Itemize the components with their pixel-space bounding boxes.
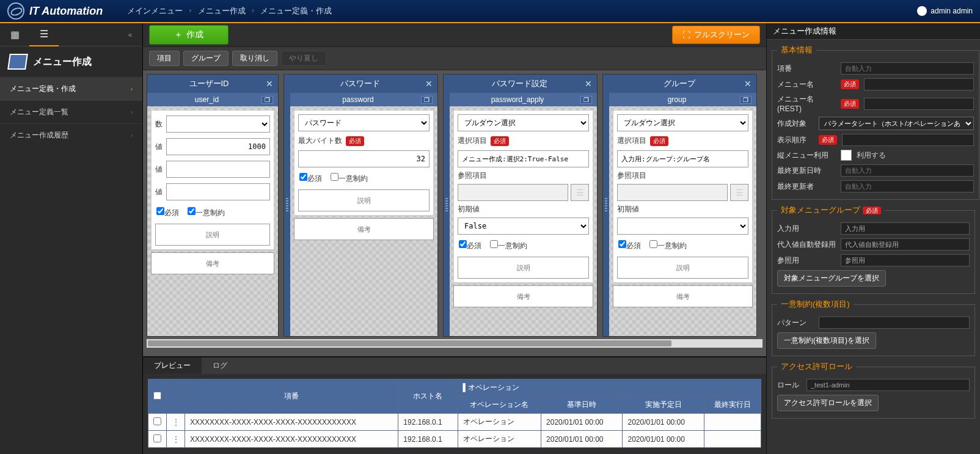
role-input [806, 379, 970, 391]
vertical-menu-checkbox[interactable] [841, 150, 852, 161]
remark-input[interactable] [453, 285, 593, 307]
required-checkbox[interactable]: 必須 [618, 240, 641, 251]
card-title: パスワード [295, 78, 425, 89]
description-input[interactable] [298, 189, 430, 211]
tab-preview[interactable]: プレビュー [143, 357, 202, 374]
table-row[interactable]: ⋮ XXXXXXXX-XXXX-XXXX-XXXX-XXXXXXXXXXXX 1… [148, 414, 761, 431]
copy-icon[interactable]: ❐ [580, 96, 592, 104]
select-item-input[interactable] [617, 150, 748, 167]
menu-group-section: 対象メニューグループ 必須 入力用 代入値自動登録用 参照用 対象メニューグルー… [772, 205, 975, 294]
unique-constraint-section: 一意制約(複数項目) パターン 一意制約(複数項目)を選択 [772, 299, 975, 356]
select-role-button[interactable]: アクセス許可ロールを選択 [777, 395, 879, 411]
add-item-button[interactable]: 項目 [149, 51, 180, 66]
remark-input[interactable] [294, 218, 434, 240]
redo-button: やり直し [281, 51, 326, 66]
unique-checkbox[interactable]: 一意制約 [649, 240, 687, 251]
grid-view-icon[interactable]: ▦ [0, 23, 29, 46]
add-group-button[interactable]: グループ [183, 51, 229, 66]
list-view-icon[interactable]: ☰ [29, 23, 59, 46]
drag-handle-icon[interactable] [444, 75, 450, 336]
type-select[interactable]: プルダウン選択 [458, 114, 589, 131]
card-title: グループ [614, 78, 744, 89]
table-row[interactable]: ⋮ XXXXXXXX-XXXX-XXXX-XXXX-XXXXXXXXXXXX 1… [148, 431, 761, 448]
design-canvas[interactable]: ユーザーID✕ user_id❐ 数 値 値 値 必須一意制約 [143, 70, 766, 356]
list-select-icon[interactable]: ☰ [730, 184, 748, 201]
drag-handle-icon[interactable] [284, 75, 290, 336]
maxbyte-input[interactable] [298, 150, 430, 167]
close-icon[interactable]: ✕ [266, 79, 273, 89]
column-card-user-id[interactable]: ユーザーID✕ user_id❐ 数 値 値 値 必須一意制約 [147, 74, 279, 337]
copy-icon[interactable]: ❐ [740, 96, 751, 104]
order-input[interactable] [842, 134, 974, 146]
breadcrumb-item[interactable]: メインメニュー [127, 5, 183, 16]
row-checkbox[interactable] [153, 434, 161, 442]
undo-button[interactable]: 取り消し [232, 51, 277, 66]
preview-panel: プレビュー ログ ⋮ 項番 ホスト名 ▌オペレーション [143, 356, 766, 454]
main-toolbar: ＋作成 ⛶フルスクリーン [143, 23, 766, 46]
value-input[interactable] [166, 183, 270, 200]
menu-name-input[interactable] [864, 78, 974, 90]
close-icon[interactable]: ✕ [585, 79, 592, 89]
reference-input [458, 184, 568, 201]
select-item-input[interactable] [458, 150, 589, 167]
fullscreen-icon: ⛶ [682, 31, 690, 40]
close-icon[interactable]: ✕ [425, 79, 433, 89]
row-checkbox[interactable] [153, 417, 161, 425]
value-input[interactable] [166, 138, 270, 155]
access-role-section: アクセス許可ロール ロール アクセス許可ロールを選択 [772, 361, 975, 419]
column-card-password[interactable]: パスワード✕ password❐ パスワード 最大バイト数必須 必須一意制約 [283, 74, 438, 337]
drag-handle-icon[interactable] [603, 75, 609, 336]
chevron-right-icon: › [131, 132, 133, 139]
unique-checkbox[interactable]: 一意制約 [331, 173, 368, 184]
card-field: user_id [152, 95, 261, 104]
create-button[interactable]: ＋作成 [149, 25, 229, 45]
column-card-password-apply[interactable]: パスワード設定✕ password_apply❐ プルダウン選択 選択項目必須 … [443, 74, 598, 337]
sidebar-title: メニュー作成 [0, 46, 142, 77]
sidebar-item-create-history[interactable]: メニュー作成履歴› [0, 123, 142, 147]
select-all-checkbox[interactable] [148, 379, 167, 414]
list-select-icon[interactable]: ☰ [571, 184, 589, 201]
type-select[interactable] [166, 115, 270, 133]
description-input[interactable] [458, 257, 589, 279]
row-menu-header: ⋮ [167, 379, 185, 414]
target-select[interactable]: パラメータシート（ホスト/オペレーションあ [819, 117, 974, 130]
sidebar-item-define-create[interactable]: メニュー定義・作成› [0, 77, 142, 100]
description-input[interactable] [617, 257, 748, 279]
tab-log[interactable]: ログ [202, 357, 238, 374]
updated-by [841, 180, 974, 192]
breadcrumb: メインメニュー › メニュー作成 › メニュー定義・作成 [127, 5, 332, 16]
remark-input[interactable] [613, 285, 753, 307]
type-select[interactable]: パスワード [298, 114, 430, 131]
sidebar-item-define-list[interactable]: メニュー定義一覧› [0, 100, 142, 123]
reference-group [841, 254, 970, 266]
card-field: password [295, 95, 421, 104]
collapse-sidebar-icon[interactable]: « [118, 31, 142, 39]
horizontal-scrollbar[interactable] [147, 339, 762, 348]
breadcrumb-item[interactable]: メニュー作成 [198, 5, 246, 16]
row-menu-icon[interactable]: ⋮ [167, 414, 185, 431]
select-unique-button[interactable]: 一意制約(複数項目)を選択 [777, 332, 876, 349]
unique-checkbox[interactable]: 一意制約 [188, 207, 225, 218]
select-menu-group-button[interactable]: 対象メニューグループを選択 [777, 270, 886, 287]
menu-rest-input[interactable] [864, 98, 974, 110]
user-menu[interactable]: admin admin [917, 6, 973, 16]
no-input [841, 62, 974, 75]
remark-input[interactable] [151, 252, 274, 274]
initial-select[interactable]: False [458, 218, 589, 235]
value-input[interactable] [166, 161, 270, 178]
type-select[interactable]: プルダウン選択 [617, 114, 748, 131]
properties-panel: メニュー作成情報 基本情報 項番 メニュー名必須 メニュー名(REST)必須 作… [766, 23, 980, 454]
fullscreen-button[interactable]: ⛶フルスクリーン [672, 26, 760, 44]
unique-checkbox[interactable]: 一意制約 [490, 240, 527, 251]
breadcrumb-item: メニュー定義・作成 [260, 5, 332, 16]
column-card-group[interactable]: グループ✕ group❐ プルダウン選択 選択項目必須 参照項目 ☰ [602, 74, 757, 337]
copy-icon[interactable]: ❐ [421, 96, 433, 104]
initial-select[interactable] [617, 218, 748, 235]
close-icon[interactable]: ✕ [744, 79, 751, 89]
row-menu-icon[interactable]: ⋮ [167, 431, 185, 448]
copy-icon[interactable]: ❐ [261, 96, 273, 104]
required-checkbox[interactable]: 必須 [156, 207, 179, 218]
description-input[interactable] [155, 224, 270, 246]
required-checkbox[interactable]: 必須 [299, 173, 322, 184]
required-checkbox[interactable]: 必須 [459, 240, 481, 251]
